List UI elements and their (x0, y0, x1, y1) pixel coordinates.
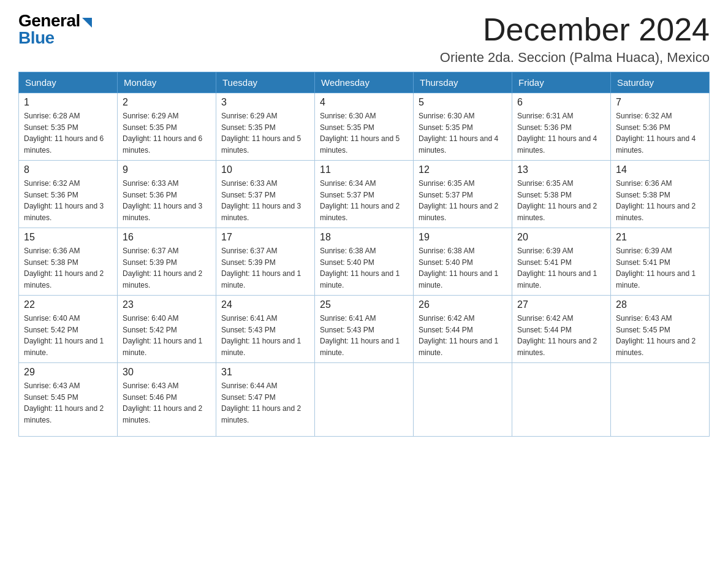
day-info: Sunrise: 6:42 AMSunset: 5:44 PMDaylight:… (517, 313, 605, 358)
logo: General Blue (18, 12, 92, 47)
day-info: Sunrise: 6:41 AMSunset: 5:43 PMDaylight:… (320, 313, 408, 358)
calendar-cell (611, 363, 710, 437)
calendar-cell: 5Sunrise: 6:30 AMSunset: 5:35 PMDaylight… (414, 93, 512, 161)
calendar-cell (512, 363, 611, 437)
day-info: Sunrise: 6:37 AMSunset: 5:39 PMDaylight:… (221, 245, 309, 291)
calendar-cell: 15Sunrise: 6:36 AMSunset: 5:38 PMDayligh… (19, 228, 118, 296)
day-info: Sunrise: 6:35 AMSunset: 5:38 PMDaylight:… (517, 178, 605, 223)
calendar-cell: 22Sunrise: 6:40 AMSunset: 5:42 PMDayligh… (19, 296, 118, 363)
day-number: 5 (419, 97, 507, 108)
day-number: 2 (123, 97, 211, 108)
calendar-cell: 9Sunrise: 6:33 AMSunset: 5:36 PMDaylight… (118, 161, 216, 228)
day-number: 3 (221, 97, 309, 108)
weekday-tuesday: Tuesday (216, 72, 315, 93)
day-info: Sunrise: 6:36 AMSunset: 5:38 PMDaylight:… (24, 245, 112, 291)
day-number: 31 (221, 367, 309, 378)
day-info: Sunrise: 6:30 AMSunset: 5:35 PMDaylight:… (320, 110, 408, 156)
day-number: 10 (221, 164, 309, 175)
day-number: 22 (24, 299, 112, 310)
day-number: 18 (320, 232, 408, 243)
calendar-cell: 11Sunrise: 6:34 AMSunset: 5:37 PMDayligh… (315, 161, 414, 228)
calendar-cell: 30Sunrise: 6:43 AMSunset: 5:46 PMDayligh… (118, 363, 216, 437)
day-number: 30 (123, 367, 211, 378)
day-info: Sunrise: 6:40 AMSunset: 5:42 PMDaylight:… (123, 313, 211, 358)
weekday-wednesday: Wednesday (315, 72, 414, 93)
calendar-table: SundayMondayTuesdayWednesdayThursdayFrid… (18, 72, 710, 437)
calendar-cell: 25Sunrise: 6:41 AMSunset: 5:43 PMDayligh… (315, 296, 414, 363)
day-info: Sunrise: 6:33 AMSunset: 5:36 PMDaylight:… (123, 178, 211, 223)
day-info: Sunrise: 6:41 AMSunset: 5:43 PMDaylight:… (221, 313, 309, 358)
title-area: December 2024 Oriente 2da. Seccion (Palm… (440, 12, 710, 66)
day-number: 24 (221, 299, 309, 310)
day-info: Sunrise: 6:39 AMSunset: 5:41 PMDaylight:… (517, 245, 605, 291)
day-number: 9 (123, 164, 211, 175)
calendar-cell: 8Sunrise: 6:32 AMSunset: 5:36 PMDaylight… (19, 161, 118, 228)
calendar-cell: 16Sunrise: 6:37 AMSunset: 5:39 PMDayligh… (118, 228, 216, 296)
calendar-cell (315, 363, 414, 437)
day-number: 13 (517, 164, 605, 175)
calendar-cell (414, 363, 512, 437)
calendar-cell: 26Sunrise: 6:42 AMSunset: 5:44 PMDayligh… (414, 296, 512, 363)
calendar-cell: 23Sunrise: 6:40 AMSunset: 5:42 PMDayligh… (118, 296, 216, 363)
calendar-week-4: 22Sunrise: 6:40 AMSunset: 5:42 PMDayligh… (19, 296, 710, 363)
day-number: 20 (517, 232, 605, 243)
day-number: 29 (24, 367, 112, 378)
calendar-cell: 4Sunrise: 6:30 AMSunset: 5:35 PMDaylight… (315, 93, 414, 161)
calendar-cell: 20Sunrise: 6:39 AMSunset: 5:41 PMDayligh… (512, 228, 611, 296)
day-number: 11 (320, 164, 408, 175)
day-info: Sunrise: 6:33 AMSunset: 5:37 PMDaylight:… (221, 178, 309, 223)
day-number: 8 (24, 164, 112, 175)
calendar-cell: 14Sunrise: 6:36 AMSunset: 5:38 PMDayligh… (611, 161, 710, 228)
day-info: Sunrise: 6:30 AMSunset: 5:35 PMDaylight:… (419, 110, 507, 156)
calendar-week-1: 1Sunrise: 6:28 AMSunset: 5:35 PMDaylight… (19, 93, 710, 161)
calendar-cell: 29Sunrise: 6:43 AMSunset: 5:45 PMDayligh… (19, 363, 118, 437)
day-number: 21 (616, 232, 704, 243)
calendar-cell: 24Sunrise: 6:41 AMSunset: 5:43 PMDayligh… (216, 296, 315, 363)
weekday-friday: Friday (512, 72, 611, 93)
weekday-header-row: SundayMondayTuesdayWednesdayThursdayFrid… (19, 72, 710, 93)
day-number: 27 (517, 299, 605, 310)
weekday-saturday: Saturday (611, 72, 710, 93)
calendar-cell: 6Sunrise: 6:31 AMSunset: 5:36 PMDaylight… (512, 93, 611, 161)
day-info: Sunrise: 6:38 AMSunset: 5:40 PMDaylight:… (419, 245, 507, 291)
day-number: 6 (517, 97, 605, 108)
calendar-cell: 7Sunrise: 6:32 AMSunset: 5:36 PMDaylight… (611, 93, 710, 161)
calendar-cell: 27Sunrise: 6:42 AMSunset: 5:44 PMDayligh… (512, 296, 611, 363)
calendar-cell: 3Sunrise: 6:29 AMSunset: 5:35 PMDaylight… (216, 93, 315, 161)
calendar-cell: 2Sunrise: 6:29 AMSunset: 5:35 PMDaylight… (118, 93, 216, 161)
day-number: 26 (419, 299, 507, 310)
calendar-week-3: 15Sunrise: 6:36 AMSunset: 5:38 PMDayligh… (19, 228, 710, 296)
calendar-cell: 28Sunrise: 6:43 AMSunset: 5:45 PMDayligh… (611, 296, 710, 363)
day-info: Sunrise: 6:29 AMSunset: 5:35 PMDaylight:… (123, 110, 211, 156)
day-number: 19 (419, 232, 507, 243)
day-info: Sunrise: 6:43 AMSunset: 5:45 PMDaylight:… (24, 380, 112, 426)
day-info: Sunrise: 6:28 AMSunset: 5:35 PMDaylight:… (24, 110, 112, 156)
calendar-cell: 1Sunrise: 6:28 AMSunset: 5:35 PMDaylight… (19, 93, 118, 161)
month-title: December 2024 (440, 12, 710, 47)
day-info: Sunrise: 6:32 AMSunset: 5:36 PMDaylight:… (616, 110, 704, 156)
day-number: 12 (419, 164, 507, 175)
day-info: Sunrise: 6:40 AMSunset: 5:42 PMDaylight:… (24, 313, 112, 358)
day-info: Sunrise: 6:37 AMSunset: 5:39 PMDaylight:… (123, 245, 211, 291)
calendar-cell: 31Sunrise: 6:44 AMSunset: 5:47 PMDayligh… (216, 363, 315, 437)
header: General Blue December 2024 Oriente 2da. … (18, 12, 710, 66)
weekday-monday: Monday (118, 72, 216, 93)
logo-arrow-icon (82, 18, 92, 28)
day-info: Sunrise: 6:31 AMSunset: 5:36 PMDaylight:… (517, 110, 605, 156)
day-info: Sunrise: 6:43 AMSunset: 5:46 PMDaylight:… (123, 380, 211, 426)
day-info: Sunrise: 6:34 AMSunset: 5:37 PMDaylight:… (320, 178, 408, 223)
day-number: 4 (320, 97, 408, 108)
day-info: Sunrise: 6:29 AMSunset: 5:35 PMDaylight:… (221, 110, 309, 156)
logo-general-text: General (18, 12, 80, 29)
day-info: Sunrise: 6:36 AMSunset: 5:38 PMDaylight:… (616, 178, 704, 223)
weekday-sunday: Sunday (19, 72, 118, 93)
calendar-cell: 13Sunrise: 6:35 AMSunset: 5:38 PMDayligh… (512, 161, 611, 228)
calendar-cell: 21Sunrise: 6:39 AMSunset: 5:41 PMDayligh… (611, 228, 710, 296)
location-title: Oriente 2da. Seccion (Palma Huaca), Mexi… (440, 50, 710, 66)
day-number: 17 (221, 232, 309, 243)
weekday-thursday: Thursday (414, 72, 512, 93)
day-number: 23 (123, 299, 211, 310)
calendar-cell: 17Sunrise: 6:37 AMSunset: 5:39 PMDayligh… (216, 228, 315, 296)
day-info: Sunrise: 6:42 AMSunset: 5:44 PMDaylight:… (419, 313, 507, 358)
day-number: 7 (616, 97, 704, 108)
